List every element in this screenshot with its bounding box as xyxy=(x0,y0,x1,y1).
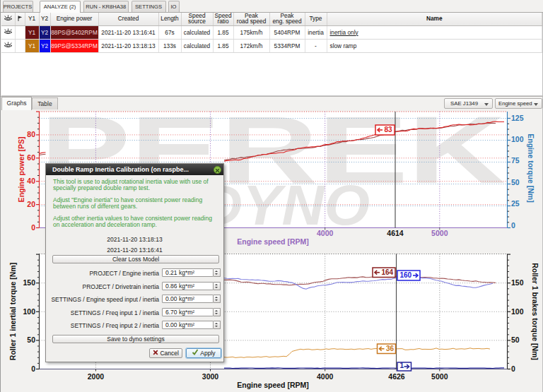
svg-text:40: 40 xyxy=(27,177,35,185)
svg-text:4000: 4000 xyxy=(317,372,334,381)
svg-text:164: 164 xyxy=(382,268,394,276)
svg-text:100: 100 xyxy=(23,307,35,316)
svg-text:0: 0 xyxy=(511,364,515,373)
svg-text:Engine speed [RPM]: Engine speed [RPM] xyxy=(237,237,309,246)
svg-text:2000: 2000 xyxy=(88,372,105,381)
svg-text:5000: 5000 xyxy=(431,229,448,237)
svg-text:160: 160 xyxy=(400,271,412,279)
svg-text:83: 83 xyxy=(385,126,393,133)
svg-text:0: 0 xyxy=(511,221,515,230)
svg-text:20: 20 xyxy=(27,200,35,208)
svg-text:100: 100 xyxy=(511,307,524,316)
svg-text:150: 150 xyxy=(511,278,524,287)
svg-text:50: 50 xyxy=(511,335,520,344)
svg-text:4626: 4626 xyxy=(388,372,405,381)
svg-text:4614: 4614 xyxy=(387,229,404,237)
svg-text:0: 0 xyxy=(31,223,35,232)
svg-text:75: 75 xyxy=(511,156,520,165)
svg-text:Engine power [PS]: Engine power [PS] xyxy=(17,137,25,203)
svg-text:80: 80 xyxy=(27,130,35,138)
svg-text:125: 125 xyxy=(511,114,524,122)
svg-text:DYNO: DYNO xyxy=(200,174,370,237)
svg-text:150: 150 xyxy=(23,278,35,287)
svg-text:60: 60 xyxy=(27,153,35,162)
svg-text:3000: 3000 xyxy=(202,372,219,381)
svg-text:Roller 1 inertial torque [Nm]: Roller 1 inertial torque [Nm] xyxy=(8,263,17,360)
svg-text:50: 50 xyxy=(27,335,35,344)
svg-text:36: 36 xyxy=(386,345,395,352)
svg-text:5000: 5000 xyxy=(431,372,448,381)
svg-text:100: 100 xyxy=(511,135,524,143)
svg-text:1: 1 xyxy=(400,362,404,369)
svg-text:Roller 1 brakes torque [Nm]: Roller 1 brakes torque [Nm] xyxy=(531,263,539,360)
svg-text:50: 50 xyxy=(511,178,520,186)
svg-text:25: 25 xyxy=(511,199,520,208)
svg-text:0: 0 xyxy=(31,364,35,373)
svg-text:4000: 4000 xyxy=(317,229,334,237)
svg-text:Engine speed [RPM]: Engine speed [RPM] xyxy=(237,381,309,389)
svg-text:Engine torque [Nm]: Engine torque [Nm] xyxy=(527,133,535,202)
